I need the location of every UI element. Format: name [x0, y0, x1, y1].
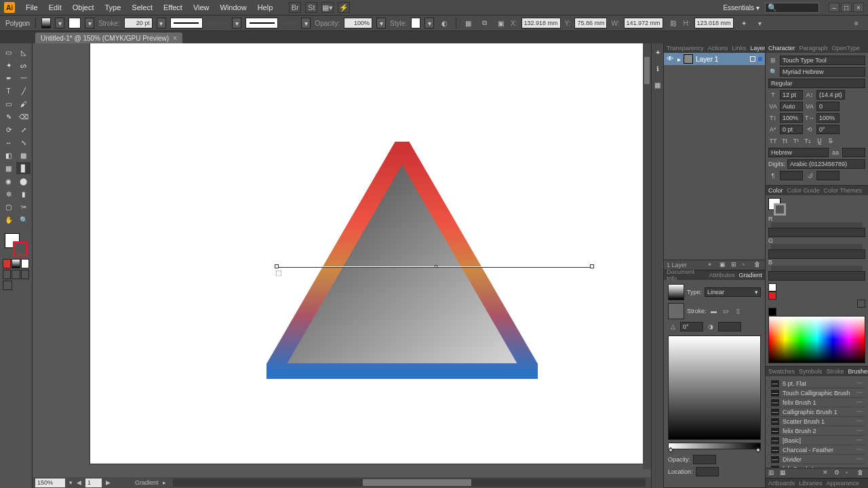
draw-normal-icon[interactable]: [3, 270, 11, 279]
lasso-tool[interactable]: ᔕ: [16, 59, 31, 71]
gradient-start-handle[interactable]: [275, 264, 279, 268]
triangle-shape[interactable]: [267, 142, 538, 379]
font-family-input[interactable]: Myriad Hebrew: [780, 67, 865, 77]
dock-sparkle-icon[interactable]: ✦: [653, 47, 663, 57]
vertical-scrollbar[interactable]: [643, 43, 651, 469]
menu-view[interactable]: View: [189, 2, 214, 13]
menu-edit[interactable]: Edit: [45, 2, 66, 13]
dir-icon[interactable]: ¶: [768, 171, 778, 180]
white-swatch-icon[interactable]: [857, 300, 865, 308]
gradient-stop-start[interactable]: [668, 447, 673, 453]
link-wh-icon[interactable]: ⛓: [667, 17, 679, 29]
brush-row[interactable]: —5 pt. Flat〰: [768, 379, 865, 388]
stroke-align-2-icon[interactable]: ▭: [722, 306, 731, 316]
curvature-tool[interactable]: 〰: [16, 72, 31, 84]
bridge-icon[interactable]: Br: [289, 2, 301, 13]
y-input[interactable]: 75.86 mm: [574, 18, 607, 28]
free-transform-tool[interactable]: ⤡: [16, 136, 31, 148]
eyedropper-tool[interactable]: ◉: [1, 175, 16, 187]
gradient-mid-handle[interactable]: [435, 265, 437, 268]
char-rotation-input[interactable]: 0°: [816, 125, 840, 134]
stroke-align-3-icon[interactable]: ▯: [734, 306, 743, 316]
make-clip-icon[interactable]: ▣: [719, 261, 728, 269]
tab-character[interactable]: Character: [768, 45, 795, 52]
none-mode-icon[interactable]: [21, 259, 29, 268]
selection-tool[interactable]: ▭: [1, 46, 16, 58]
shape-mode-icon[interactable]: ⧉: [478, 17, 490, 29]
menu-window[interactable]: Window: [216, 2, 251, 13]
workspace-switcher[interactable]: Essentials ▾: [723, 4, 760, 12]
artboard-next-icon[interactable]: ▶: [106, 479, 111, 486]
digits-select[interactable]: Arabic (0123456789): [787, 159, 865, 169]
canvas[interactable]: ⬚: [33, 43, 651, 477]
stroke-color-icon[interactable]: [13, 241, 28, 256]
menu-object[interactable]: Object: [68, 2, 98, 13]
slice-tool[interactable]: ✂: [16, 201, 31, 213]
doc-tab[interactable]: Untitled-1* @ 150% (CMYK/GPU Preview) ×: [35, 33, 182, 43]
artboard[interactable]: ⬚: [90, 43, 651, 464]
layer-row[interactable]: 👁 ▸ Layer 1: [664, 53, 765, 65]
kashida-input[interactable]: [816, 171, 840, 180]
stroke-weight-input[interactable]: 20 pt: [124, 18, 153, 28]
mesh-tool[interactable]: ▦: [1, 162, 16, 174]
allcaps-icon[interactable]: TT: [768, 136, 778, 146]
r-input[interactable]: [768, 228, 865, 237]
line-tool[interactable]: ╱: [16, 85, 31, 97]
baseline-input[interactable]: 0 pt: [780, 125, 803, 134]
delete-layer-icon[interactable]: 🗑: [754, 261, 762, 269]
magic-wand-tool[interactable]: ✦: [1, 59, 16, 71]
tracking-input[interactable]: 0: [816, 102, 840, 111]
tab-actions[interactable]: Actions: [708, 45, 728, 52]
window-maximize-button[interactable]: □: [841, 3, 852, 12]
tab-symbols[interactable]: Symbols: [799, 368, 823, 375]
target-icon[interactable]: [750, 56, 755, 62]
transform-icon[interactable]: ▣: [494, 17, 507, 29]
artboard-tool[interactable]: ▢: [1, 201, 16, 213]
type-tool[interactable]: T: [1, 85, 16, 97]
none-swatch-icon[interactable]: [768, 283, 776, 291]
hscale-input[interactable]: 100%: [816, 113, 840, 123]
stroke-profile[interactable]: [170, 18, 203, 28]
brush-def-dd[interactable]: ▾: [301, 18, 311, 28]
gradient-slider[interactable]: [668, 443, 761, 449]
width-tool[interactable]: ↔: [1, 136, 16, 148]
gradient-aspect-input[interactable]: [718, 322, 741, 331]
more-dd-icon[interactable]: ▾: [754, 17, 766, 29]
menu-help[interactable]: Help: [254, 2, 277, 13]
gradient-end-handle[interactable]: [590, 264, 594, 268]
layer-name[interactable]: Layer 1: [696, 56, 718, 63]
horizontal-scrollbar[interactable]: [173, 479, 646, 487]
vscale-input[interactable]: 100%: [780, 113, 803, 123]
tab-transparency[interactable]: Transparency: [667, 45, 704, 52]
recolor-icon[interactable]: ◐: [438, 17, 450, 29]
gradient-annotator[interactable]: [277, 264, 592, 270]
artboard-prev-icon[interactable]: ◀: [77, 479, 81, 486]
dock-info-icon[interactable]: ℹ: [653, 64, 663, 73]
tab-opentype[interactable]: OpenType: [832, 45, 861, 52]
tab-swatches[interactable]: Swatches: [768, 368, 795, 375]
strike-icon[interactable]: S̶: [826, 136, 835, 146]
new-sublayer-icon[interactable]: ⊞: [731, 261, 739, 269]
zoom-dd-icon[interactable]: ▾: [69, 479, 73, 486]
tab-colorthemes[interactable]: Color Themes: [824, 187, 862, 194]
w-input[interactable]: 141.972 mm: [624, 18, 663, 28]
tab-links[interactable]: Links: [732, 45, 746, 52]
menu-type[interactable]: Type: [101, 2, 125, 13]
tab-color[interactable]: Color: [768, 187, 783, 194]
kerning-input[interactable]: Auto: [780, 102, 803, 111]
style-dd[interactable]: ▾: [425, 18, 434, 28]
g-input[interactable]: [768, 249, 865, 259]
draw-inside-icon[interactable]: [21, 270, 29, 279]
new-layer-icon[interactable]: ▫: [743, 261, 751, 269]
gradient-stop-opacity-input[interactable]: [693, 455, 716, 464]
stroke-weight-dd[interactable]: ▾: [157, 18, 166, 28]
brush-def[interactable]: [245, 18, 278, 28]
fill-dd[interactable]: ▾: [55, 18, 64, 28]
scale-tool[interactable]: ⤢: [16, 123, 31, 136]
font-style-input[interactable]: Regular: [768, 79, 865, 88]
brush-row[interactable]: —[Basic]〰: [768, 436, 865, 445]
brush-row[interactable]: —felix Brush 2〰: [768, 426, 865, 436]
gradient-swatch[interactable]: [668, 284, 684, 300]
menu-select[interactable]: Select: [127, 2, 157, 13]
screen-mode-icon[interactable]: [3, 281, 12, 290]
